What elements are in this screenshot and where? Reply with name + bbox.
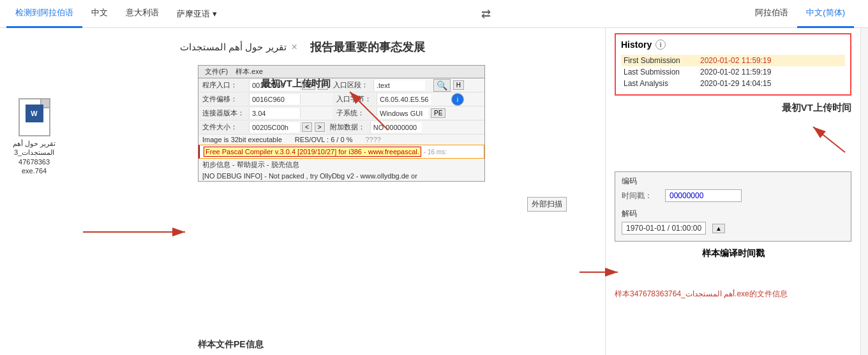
last-submission-value: 2020-01-02 11:59:19	[700, 68, 771, 76]
pe-search-btn[interactable]: 🔍	[433, 79, 451, 92]
pe-h-btn[interactable]: H	[453, 80, 464, 90]
svg-line-5	[813, 127, 845, 152]
history-title: History i	[621, 40, 845, 50]
vt-time-annotation: 最初VT上传时间	[261, 78, 331, 90]
pe-timing: - 16 ms:	[424, 149, 447, 156]
pe-compiler-row: Free Pascal Compiler v.3.0.4 [2019/10/27…	[198, 145, 484, 159]
nav-item-italian[interactable]: 意大利语	[117, 0, 168, 28]
translation-source: × تقرير حول أهم المستجدات	[180, 41, 297, 53]
pe-pe-button[interactable]: PE	[431, 108, 445, 118]
pe-linker-value: 3.04	[250, 108, 301, 119]
pe-info-row2: 初步信息 - 帮助提示 - 脱壳信息	[198, 159, 484, 171]
compile-time-annotation: 样本编译时间戳	[615, 248, 851, 259]
first-submission-label: First Submission	[624, 56, 700, 65]
history-info-icon[interactable]: i	[655, 40, 666, 50]
pe-subsystem-value: Windows GUI	[377, 108, 428, 119]
pe-menu-sample[interactable]: 样本.exe	[233, 67, 266, 76]
pe-entry-byte-value: C6.05.40.E5.56	[377, 94, 431, 105]
file-icon-area: W تقرير حول أهم المستجدات_3 47678363 764…	[13, 98, 56, 175]
pe-info-btn[interactable]: i	[451, 93, 464, 106]
right-panel: History i First Submission 2020-01-02 11…	[605, 28, 860, 355]
decode-value: 1970-01-01 / 01:00:00	[622, 222, 706, 235]
last-analysis-value: 2020-01-29 14:04:15	[700, 79, 771, 88]
nav-item-samoan-dropdown[interactable]: 萨摩亚语 ▾	[168, 0, 226, 28]
translation-header: × تقرير حول أهم المستجدات 报告最重要的事态发展	[13, 34, 592, 60]
pe-filesize-label: 文件大小：	[198, 121, 250, 133]
history-section: History i First Submission 2020-01-02 11…	[615, 33, 851, 96]
last-submission-label: Last Submission	[624, 68, 700, 76]
decode-section: 解码 1970-01-01 / 01:00:00 ▲	[622, 208, 844, 235]
vt-upload-time-annotation: 最初VT上传时间	[615, 102, 851, 114]
pe-row-entry: 程序入口： 0016D560 oo < 入口区段： .text 🔍 H	[198, 78, 484, 92]
pe-offset-label: 文件偏移：	[198, 93, 250, 105]
swap-languages-button[interactable]: ⇄	[472, 7, 500, 21]
nav-item-chinese[interactable]: 中文	[82, 0, 117, 28]
pe-extra-data-value: NO 00000000	[371, 122, 422, 133]
pe-compiler-value: Free Pascal Compiler v.3.0.4 [2019/10/27…	[204, 147, 421, 157]
pe-info-row3: [NO DEBUG INFO] - Not packed , try OllyD…	[198, 171, 484, 181]
pe-section-title: 样本文件PE信息	[198, 339, 264, 351]
target-text: 报告最重要的事态发展	[310, 40, 425, 55]
timestamp-box: 编码 时间戳： 00000000 解码 1970-01-01 / 01:00:0…	[615, 171, 851, 242]
history-arrow-svg	[800, 120, 851, 159]
encode-row: 时间戳： 00000000	[622, 189, 742, 202]
pe-image-info: Image is 32bit executable RES/OVL : 6 / …	[198, 134, 484, 145]
history-row-first: First Submission 2020-01-02 11:59:19	[621, 55, 845, 66]
nav-item-detected-arabic[interactable]: 检测到阿拉伯语	[6, 0, 82, 28]
bottom-annotation: 样本347678363764_أهم المستجدات.exe的文件信息	[615, 289, 851, 300]
pe-section-label: 入口区段：	[329, 79, 374, 91]
pe-info-box: 文件(F) 样本.exe 程序入口： 0016D560 oo < 入口区段： .…	[198, 65, 485, 182]
pe-filesize-value[interactable]: 00205C00h	[250, 122, 301, 133]
encode-section: 编码 时间戳： 00000000	[622, 176, 742, 205]
file-icon: W	[19, 98, 50, 136]
pe-question: ????	[365, 136, 380, 143]
history-row-last-sub: Last Submission 2020-01-02 11:59:19	[621, 66, 845, 78]
pe-row-linker: 连接器版本： 3.04 子系统： Windows GUI PE	[198, 106, 484, 120]
nav-item-arabic-target[interactable]: 阿拉伯语	[746, 0, 797, 28]
pe-gt-button[interactable]: >	[315, 122, 325, 132]
pe-menu-file[interactable]: 文件(F)	[202, 67, 230, 76]
pe-res-ovl: RES/OVL : 6 / 0 %	[295, 136, 353, 143]
file-name: تقرير حول أهم المستجدات_3 47678363 764.e…	[13, 139, 56, 175]
pe-row-filesize: 文件大小： 00205C00h < > 附加数据： NO 00000000	[198, 120, 484, 134]
right-content: History i First Submission 2020-01-02 11…	[615, 33, 851, 300]
pe-offset-value[interactable]: 0016C960	[250, 94, 301, 105]
history-label: History	[621, 40, 652, 50]
chevron-down-icon: ▾	[213, 9, 217, 18]
pe-subsystem-label: 子系统：	[333, 107, 377, 119]
top-navigation: 检测到阿拉伯语 中文 意大利语 萨摩亚语 ▾ ⇄ 阿拉伯语 中文(简体)	[0, 0, 868, 28]
left-panel: × تقرير حول أهم المستجدات 报告最重要的事态发展 文件名…	[0, 28, 605, 355]
pe-section-value: .text	[374, 80, 425, 91]
pe-row-offset: 文件偏移： 0016C960 入口字节： C6.05.40.E5.56 i	[198, 92, 484, 106]
pe-extra-data-label: 附加数据：	[326, 121, 371, 133]
main-scrollbar[interactable]	[860, 28, 868, 355]
source-text: تقرير حول أهم المستجدات	[180, 41, 287, 53]
close-icon[interactable]: ×	[292, 41, 297, 53]
file-body: W	[19, 98, 50, 136]
word-badge: W	[26, 105, 43, 122]
pe-lt2-button[interactable]: <	[302, 122, 312, 132]
first-submission-value: 2020-01-02 11:59:19	[700, 56, 771, 65]
decode-title: 解码	[622, 208, 844, 219]
nav-item-simplified-chinese[interactable]: 中文(简体)	[797, 0, 854, 28]
pe-header: 文件(F) 样本.exe	[198, 66, 484, 78]
pe-entry-label: 程序入口：	[198, 79, 250, 91]
encode-title: 编码	[622, 176, 742, 187]
history-row-last-analysis: Last Analysis 2020-01-29 14:04:15	[621, 78, 845, 89]
decode-row: 1970-01-01 / 01:00:00 ▲	[622, 222, 844, 235]
main-area: × تقرير حول أهم المستجدات 报告最重要的事态发展 文件名…	[0, 28, 868, 355]
encode-value: 00000000	[665, 189, 742, 202]
last-analysis-label: Last Analysis	[624, 79, 700, 88]
pe-linker-label: 连接器版本：	[198, 107, 250, 119]
pe-entry-byte-label: 入口字节：	[333, 93, 377, 105]
decode-arrow-btn[interactable]: ▲	[712, 224, 725, 233]
encode-label: 时间戳：	[622, 191, 660, 201]
external-scan-label: 外部扫描	[527, 197, 567, 212]
